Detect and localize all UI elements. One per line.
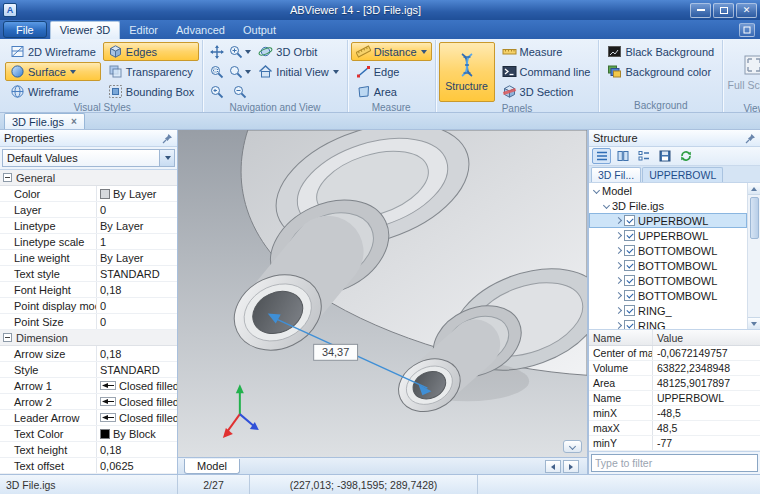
background-color-button[interactable]: Background color	[602, 62, 719, 81]
property-row[interactable]: Arrow size0,18	[0, 346, 177, 362]
minimize-button[interactable]	[690, 3, 711, 18]
tab-advanced[interactable]: Advanced	[167, 22, 234, 39]
visibility-checkbox[interactable]	[624, 215, 635, 226]
tree-node-file[interactable]: 3D File.igs	[589, 198, 747, 213]
property-row[interactable]: Arrow 1Closed filled	[0, 378, 177, 394]
grid-row[interactable]: Area48125,9017897	[589, 376, 760, 391]
property-row[interactable]: Point Size0	[0, 314, 177, 330]
property-row[interactable]: Text height0,18	[0, 442, 177, 458]
viewport-collapse-button[interactable]	[563, 440, 582, 453]
zoom-out-button[interactable]	[229, 82, 251, 101]
document-tab[interactable]: 3D File.igs ×	[4, 113, 85, 129]
property-row[interactable]: Leader ArrowClosed filled	[0, 410, 177, 426]
pin-icon[interactable]	[745, 133, 756, 144]
file-menu-button[interactable]: File	[3, 21, 47, 38]
zoom-previous-button[interactable]	[206, 82, 228, 101]
tree-node-part[interactable]: UPPERBOWL	[589, 228, 747, 243]
section-general[interactable]: General	[0, 170, 177, 186]
tree-node-model[interactable]: Model	[589, 183, 747, 198]
property-row[interactable]: Text offset0,0625	[0, 458, 177, 474]
black-background-button[interactable]: Black Background	[602, 42, 719, 61]
tree-scrollbar[interactable]	[747, 183, 760, 329]
property-row[interactable]: ColorBy Layer	[0, 186, 177, 202]
tree-node-part[interactable]: BOTTOMBOWL	[589, 273, 747, 288]
full-screen-button[interactable]: Full Screen	[726, 42, 760, 102]
collapse-icon[interactable]	[3, 333, 12, 342]
scroll-up-icon[interactable]	[748, 183, 760, 195]
tab-editor[interactable]: Editor	[120, 22, 167, 39]
property-row[interactable]: Point display mode0	[0, 298, 177, 314]
list-view-button[interactable]	[592, 148, 611, 164]
close-button[interactable]: ✕	[736, 3, 757, 18]
edges-button[interactable]: Edges	[103, 42, 200, 61]
maximize-button[interactable]	[713, 3, 734, 18]
surface-button[interactable]: Surface	[5, 62, 101, 81]
property-row[interactable]: Line weightBy Layer	[0, 250, 177, 266]
structure-panel-button[interactable]: Structure	[439, 42, 495, 102]
close-tab-icon[interactable]: ×	[71, 116, 77, 127]
tree-node-part[interactable]: RING_	[589, 303, 747, 318]
save-structure-button[interactable]	[655, 148, 674, 164]
next-layout-button[interactable]	[563, 460, 579, 473]
2d-wireframe-button[interactable]: 2D Wireframe	[5, 42, 101, 61]
area-button[interactable]: Area	[351, 82, 432, 101]
grid-row[interactable]: minY-77	[589, 436, 760, 451]
visibility-checkbox[interactable]	[624, 305, 635, 316]
property-row[interactable]: StyleSTANDARD	[0, 362, 177, 378]
transparency-button[interactable]: Transparency	[103, 62, 200, 81]
visibility-checkbox[interactable]	[624, 245, 635, 256]
visibility-checkbox[interactable]	[624, 290, 635, 301]
checklist-view-button[interactable]	[634, 148, 653, 164]
tree-node-part[interactable]: BOTTOMBOWL	[589, 288, 747, 303]
zoom-window-button[interactable]	[206, 62, 228, 81]
initial-view-button[interactable]: Initial View	[253, 62, 343, 81]
ribbon-minimize-icon[interactable]	[739, 23, 755, 37]
property-row[interactable]: Layer0	[0, 202, 177, 218]
collapse-icon[interactable]	[3, 173, 12, 182]
zoom-in-button[interactable]	[229, 42, 251, 61]
bounding-box-button[interactable]: Bounding Box	[103, 82, 200, 101]
prev-layout-button[interactable]	[545, 460, 561, 473]
command-line-button[interactable]: Command line	[497, 62, 596, 81]
grid-row[interactable]: maxX48,5	[589, 421, 760, 436]
visibility-checkbox[interactable]	[624, 320, 635, 329]
tree-node-part[interactable]: UPPERBOWL	[589, 213, 747, 228]
model-tab[interactable]: Model	[184, 459, 240, 474]
wireframe-button[interactable]: Wireframe	[5, 82, 101, 101]
property-row[interactable]: Text styleSTANDARD	[0, 266, 177, 282]
pan-button[interactable]	[206, 42, 228, 61]
measure-panel-button[interactable]: Measure	[497, 42, 596, 61]
preset-dropdown[interactable]: Default Values	[2, 149, 175, 167]
pin-icon[interactable]	[162, 133, 173, 144]
section-dimension[interactable]: Dimension	[0, 330, 177, 346]
scroll-thumb[interactable]	[750, 197, 759, 239]
tab-viewer-3d[interactable]: Viewer 3D	[50, 21, 121, 39]
visibility-checkbox[interactable]	[624, 275, 635, 286]
visibility-checkbox[interactable]	[624, 230, 635, 241]
structure-tab-file[interactable]: 3D Fil...	[591, 167, 641, 182]
visibility-checkbox[interactable]	[624, 260, 635, 271]
grid-row[interactable]: minX-48,5	[589, 406, 760, 421]
3d-section-button[interactable]: 3D Section	[497, 82, 596, 101]
tab-output[interactable]: Output	[234, 22, 285, 39]
property-row[interactable]: Linetype scale1	[0, 234, 177, 250]
zoom-extents-button[interactable]	[229, 62, 251, 81]
structure-tab-upperbowl[interactable]: UPPERBOWL	[642, 167, 723, 182]
columns-view-button[interactable]	[613, 148, 632, 164]
scroll-down-icon[interactable]	[748, 317, 760, 329]
tree-node-part[interactable]: BOTTOMBOWL	[589, 243, 747, 258]
grid-row[interactable]: NameUPPERBOWL	[589, 391, 760, 406]
filter-input[interactable]	[595, 457, 754, 469]
3d-orbit-button[interactable]: 3D Orbit	[253, 42, 343, 61]
grid-row[interactable]: Volume63822,2348948	[589, 361, 760, 376]
tree-node-part[interactable]: RING_	[589, 318, 747, 329]
edge-button[interactable]: Edge	[351, 62, 432, 81]
3d-canvas[interactable]: 34,37	[178, 130, 587, 457]
property-row[interactable]: LinetypeBy Layer	[0, 218, 177, 234]
grid-row[interactable]: Center of mass-0,0672149757	[589, 346, 760, 361]
distance-button[interactable]: Distance	[351, 42, 432, 61]
tree-node-part[interactable]: BOTTOMBOWL	[589, 258, 747, 273]
property-row[interactable]: Font Height0,18	[0, 282, 177, 298]
refresh-structure-button[interactable]	[676, 148, 695, 164]
property-row[interactable]: Arrow 2Closed filled	[0, 394, 177, 410]
